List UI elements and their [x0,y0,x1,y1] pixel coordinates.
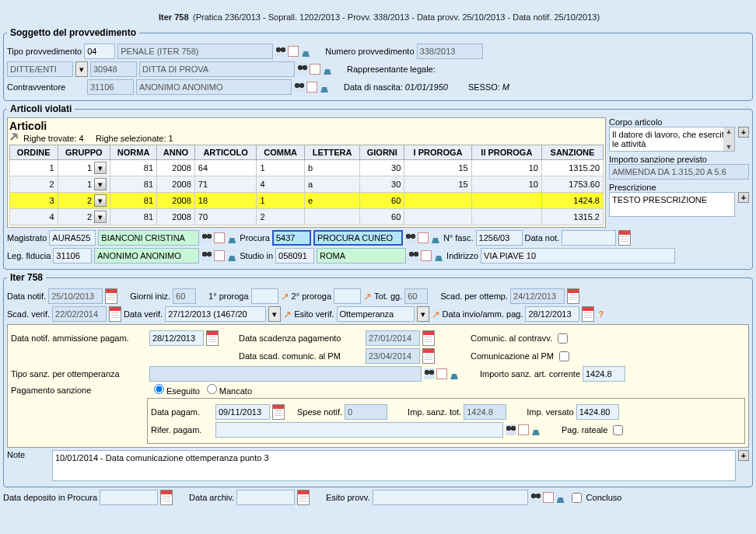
col-header[interactable]: GIORNI [360,145,404,160]
col-header[interactable]: COMMA [257,145,305,160]
calendar-icon[interactable] [567,288,579,304]
pagrat-checkbox[interactable] [613,425,623,435]
calendar-icon[interactable] [618,230,631,246]
person-icon[interactable] [319,82,330,92]
magistrato-code[interactable] [49,230,96,246]
articoli-table[interactable]: ORDINEGRUPPONORMAANNOARTICOLOCOMMALETTER… [9,145,604,225]
dropdown-icon[interactable]: ▾ [417,306,429,322]
doc-icon[interactable] [310,64,320,75]
esitoprovv-input[interactable] [373,490,528,505]
dropdown-icon[interactable]: ▾ [94,162,107,174]
calendar-icon[interactable] [206,330,219,346]
doc-icon[interactable] [306,82,317,92]
calendar-icon[interactable] [160,490,173,505]
comcontr-checkbox[interactable] [558,333,568,344]
calendar-icon[interactable] [297,490,310,505]
person-icon[interactable] [226,232,237,243]
studio-code[interactable] [275,248,314,264]
datapagam-input[interactable] [215,404,270,420]
table-row[interactable]: 32▾812008181e601424.8 [10,193,604,209]
doc-icon[interactable] [543,492,554,503]
arrow-icon[interactable]: ↗ [432,309,440,320]
tiposanz-input[interactable] [149,366,422,382]
person-icon[interactable] [449,368,460,379]
search-icon[interactable] [424,368,435,379]
person-icon[interactable] [226,250,237,261]
prescr-text[interactable]: TESTO PRESCRIZIONE [609,192,735,217]
col-header[interactable]: GRUPPO [58,145,110,160]
search-icon[interactable] [405,232,416,243]
person-icon[interactable] [300,46,311,57]
calendar-icon[interactable] [582,306,594,322]
dropdown-icon[interactable]: ▾ [94,194,107,207]
esitoverif-input[interactable] [337,306,415,322]
doc-icon[interactable] [436,368,447,379]
magistrato-name[interactable] [98,230,199,246]
arrow-icon[interactable]: ↗ [281,291,289,302]
dataverif-input[interactable] [165,306,266,322]
col-header[interactable]: ORDINE [10,145,58,160]
table-row[interactable]: 11▾812008641b3015101315.20 [10,160,604,176]
doc-icon[interactable] [418,232,429,243]
person-icon[interactable] [555,492,566,503]
dep-input[interactable] [100,490,158,505]
tipo-provv-code[interactable] [84,44,115,59]
doc-icon[interactable] [214,232,225,243]
p1-input[interactable] [251,288,278,304]
nfasc-input[interactable] [476,230,523,246]
wrench-icon[interactable] [8,131,21,144]
procura-code[interactable] [272,230,311,246]
col-header[interactable]: ANNO [157,145,195,160]
datanotif-amm-input[interactable] [149,330,204,346]
search-icon[interactable] [297,64,308,75]
dropdown-icon[interactable]: ▾ [94,178,107,190]
search-icon[interactable] [275,46,286,57]
calendar-icon[interactable] [105,288,117,304]
col-header[interactable]: LETTERA [304,145,359,160]
concluso-checkbox[interactable] [572,493,582,503]
corpo-text[interactable]: Il datore di lavoro, che esercita le att… [609,127,735,152]
person-icon[interactable] [530,424,541,435]
help-icon[interactable]: ? [598,309,604,319]
mancato-radio-label[interactable]: Mancato [202,384,252,396]
search-icon[interactable] [201,250,212,261]
impsanz-input[interactable] [583,366,625,382]
search-icon[interactable] [408,250,419,261]
eseguito-radio-label[interactable]: Eseguito [149,384,200,396]
compm-checkbox[interactable] [559,351,569,361]
col-header[interactable]: SANZIONE [541,145,603,160]
col-header[interactable]: II PROROGA [471,145,541,160]
datanot-input[interactable] [562,230,616,246]
mancato-radio[interactable] [207,384,217,394]
dropdown-icon[interactable]: ▾ [268,306,281,322]
arch-input[interactable] [236,490,295,505]
search-icon[interactable] [294,82,305,92]
plus-button[interactable]: + [738,127,749,138]
procura-name[interactable] [313,230,403,246]
person-icon[interactable] [430,232,441,243]
indirizzo-input[interactable] [481,248,675,264]
col-header[interactable]: NORMA [110,145,157,160]
arrow-icon[interactable]: ↗ [363,291,372,302]
calendar-icon[interactable] [272,404,285,420]
doc-icon[interactable] [214,250,225,261]
doc-icon[interactable] [518,424,529,435]
datainvio-input[interactable] [525,306,579,322]
p2-input[interactable] [334,288,361,304]
arrow-icon[interactable]: ↗ [283,309,292,320]
col-header[interactable]: I PROROGA [404,145,471,160]
rifer-input[interactable] [215,422,503,438]
note-textarea[interactable]: 10/01/2014 - Data comunicazione ottemper… [52,450,736,481]
person-icon[interactable] [433,250,444,261]
person-icon[interactable] [322,64,333,75]
impversato-input[interactable] [576,404,619,420]
search-icon[interactable] [506,424,516,435]
legfid-name[interactable] [94,248,199,264]
eseguito-radio[interactable] [154,384,164,394]
legfid-code[interactable] [53,248,92,264]
dropdown-icon[interactable]: ▾ [94,211,107,223]
doc-icon[interactable] [421,250,432,261]
dropdown-icon[interactable]: ▾ [75,61,88,77]
calendar-icon[interactable] [109,306,121,322]
ditte-select[interactable] [7,61,73,77]
